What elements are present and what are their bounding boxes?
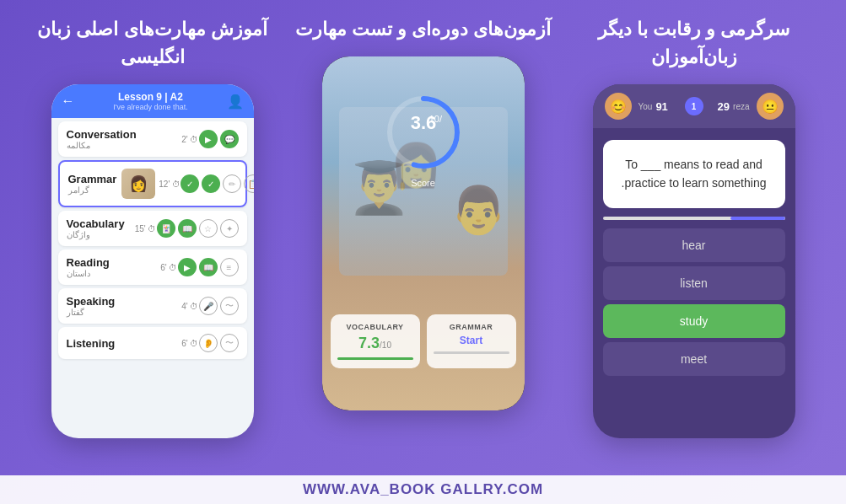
vocab-icon-1[interactable]: 🃏 — [157, 219, 175, 238]
skill-speaking-icons: 🎤 〜 — [199, 297, 239, 315]
right-section: آموزش مهارت‌های اصلی زبان انگلیسی ← Less… — [17, 15, 288, 504]
skill-speaking[interactable]: Speaking گفتار 4' ⏱ 🎤 〜 — [58, 288, 247, 324]
skill-listening-icons: 👂 〜 — [199, 334, 239, 352]
reading-icon-1[interactable]: ▶ — [178, 258, 197, 276]
speaking-icon-2[interactable]: 〜 — [220, 297, 239, 315]
right-phone-header: ← Lesson 9 | A2 I've already done that. … — [51, 84, 254, 118]
player-info-you: You 91 — [639, 100, 678, 113]
skill-grammar-icons: ✓ ✓ ✏ 📋 ≡ — [181, 174, 253, 193]
skill-play-icon[interactable]: ▶ — [199, 130, 218, 148]
skill-reading-text: Reading داستان — [67, 256, 158, 278]
skill-chat-icon[interactable]: 💬 — [220, 130, 239, 148]
vocab-icon-3[interactable]: ☆ — [199, 219, 218, 238]
skill-vocabulary-duration: 15' ⏱ — [135, 224, 157, 233]
skill-vocabulary-text: Vocabulary واژگان — [67, 217, 132, 239]
grammar-tab-title: GRAMMAR — [434, 323, 509, 331]
skill-conversation-icons: ▶ 💬 — [199, 130, 239, 148]
vocab-tab-title: VOCABULARY — [337, 323, 413, 331]
question-text: To ___ means to read and practice to lea… — [622, 158, 767, 190]
skill-grammar-duration: 12' ⏱ — [159, 180, 181, 189]
score-label: Score — [381, 178, 466, 188]
skill-speaking-text: Speaking گفتار — [67, 295, 179, 317]
answer-study[interactable]: study — [603, 304, 785, 338]
player-info-reza: 29 reza — [710, 100, 750, 113]
reza-score: 29 — [718, 100, 730, 113]
answer-meet[interactable]: meet — [603, 342, 785, 376]
grammar-icon-4[interactable]: 📋 — [244, 174, 253, 193]
left-section: سرگرمی و رقابت با دیگر زبان‌آموزان 😊 You… — [558, 15, 829, 504]
you-score: 91 — [655, 100, 667, 113]
answer-hear[interactable]: hear — [603, 228, 785, 262]
listening-icon-2[interactable]: 〜 — [220, 334, 239, 352]
left-title: سرگرمی و رقابت با دیگر زبان‌آموزان — [558, 15, 829, 71]
grammar-tab-action[interactable]: Start — [434, 335, 509, 346]
progress-bar — [603, 217, 785, 220]
vocab-icon-4[interactable]: ✦ — [220, 219, 239, 238]
skill-listening-duration: 6' ⏱ — [181, 339, 198, 348]
watermark-bar: WWW.AVA_BOOK GALLRY.COM — [0, 475, 846, 504]
grammar-icon-1[interactable]: ✓ — [181, 174, 199, 193]
skill-vocabulary-icons: 🃏 📖 ☆ ✦ — [157, 219, 239, 238]
skill-conversation-duration: 2' ⏱ — [181, 135, 198, 144]
score-tabs: VOCABULARY 7.3/10 GRAMMAR Start — [331, 314, 516, 368]
svg-text:/10: /10 — [428, 114, 442, 124]
skill-conversation[interactable]: Conversation مکالمه 2' ⏱ ▶ 💬 — [58, 121, 247, 157]
reading-icon-3[interactable]: ≡ — [220, 258, 239, 276]
grammar-progress-bar — [434, 351, 509, 354]
skill-speaking-duration: 4' ⏱ — [181, 302, 198, 311]
lesson-title-block: Lesson 9 | A2 I've already done that. — [75, 91, 227, 111]
vocab-progress-bar — [337, 357, 413, 360]
lesson-title-text: Lesson 9 | A2 — [75, 91, 227, 103]
profile-icon[interactable]: 👤 — [227, 94, 244, 110]
score-arc-svg: 3.6 /10 — [381, 90, 466, 174]
question-card: To ___ means to read and practice to lea… — [603, 140, 785, 208]
skill-vocabulary[interactable]: Vocabulary واژگان 15' ⏱ 🃏 📖 ☆ ✦ — [58, 211, 247, 246]
reading-icon-2[interactable]: 📖 — [199, 258, 218, 276]
game-header: 😊 You 91 1 29 reza 😐 — [593, 84, 795, 128]
lesson-subtitle-text: I've already done that. — [75, 103, 227, 111]
grammar-icon-2[interactable]: ✓ — [202, 174, 220, 193]
skill-reading[interactable]: Reading داستان 6' ⏱ ▶ 📖 ≡ — [58, 249, 247, 285]
mid-section: آزمون‌های دوره‌ای و تست مهارت 👨‍🎓 👩 👨 3.… — [288, 15, 558, 504]
player-avatar-you: 😊 — [605, 93, 632, 120]
player-avatar-reza: 😐 — [757, 93, 784, 120]
speaking-icon-1[interactable]: 🎤 — [199, 297, 218, 315]
vs-badge: 1 — [685, 97, 703, 115]
vocab-icon-2[interactable]: 📖 — [178, 219, 197, 238]
back-button[interactable]: ← — [62, 94, 75, 109]
vocabulary-tab[interactable]: VOCABULARY 7.3/10 — [331, 314, 420, 368]
skill-grammar-text: Grammar گرامر — [68, 173, 117, 195]
right-phone: ← Lesson 9 | A2 I've already done that. … — [51, 84, 254, 438]
reza-label: reza — [733, 102, 749, 111]
right-title: آموزش مهارت‌های اصلی زبان انگلیسی — [17, 15, 288, 71]
skill-grammar[interactable]: Grammar گرامر 👩 12' ⏱ ✓ ✓ ✏ 📋 ≡ — [58, 160, 247, 207]
watermark-text: WWW.AVA_BOOK GALLRY.COM — [303, 481, 543, 497]
progress-fill — [730, 217, 785, 220]
listening-icon-1[interactable]: 👂 — [199, 334, 218, 352]
skill-listening[interactable]: Listening 6' ⏱ 👂 〜 — [58, 327, 247, 359]
grammar-photo: 👩 — [121, 169, 155, 199]
grammar-icon-3[interactable]: ✏ — [223, 174, 241, 193]
left-phone: 😊 You 91 1 29 reza 😐 To ___ means to rea… — [593, 84, 795, 438]
skill-reading-duration: 6' ⏱ — [160, 263, 177, 272]
you-label: You — [639, 102, 653, 111]
score-overlay: 3.6 /10 Score — [381, 90, 466, 188]
grammar-tab[interactable]: GRAMMAR Start — [427, 314, 516, 368]
answer-listen[interactable]: listen — [603, 266, 785, 300]
skill-conversation-text: Conversation مکالمه — [67, 128, 179, 150]
mid-title: آزمون‌های دوره‌ای و تست مهارت — [295, 15, 551, 43]
vocab-tab-score: 7.3/10 — [337, 335, 413, 352]
skill-listening-text: Listening — [67, 337, 179, 350]
skill-reading-icons: ▶ 📖 ≡ — [178, 258, 239, 276]
mid-phone: 👨‍🎓 👩 👨 3.6 /10 Score VOCABULARY — [322, 56, 525, 410]
